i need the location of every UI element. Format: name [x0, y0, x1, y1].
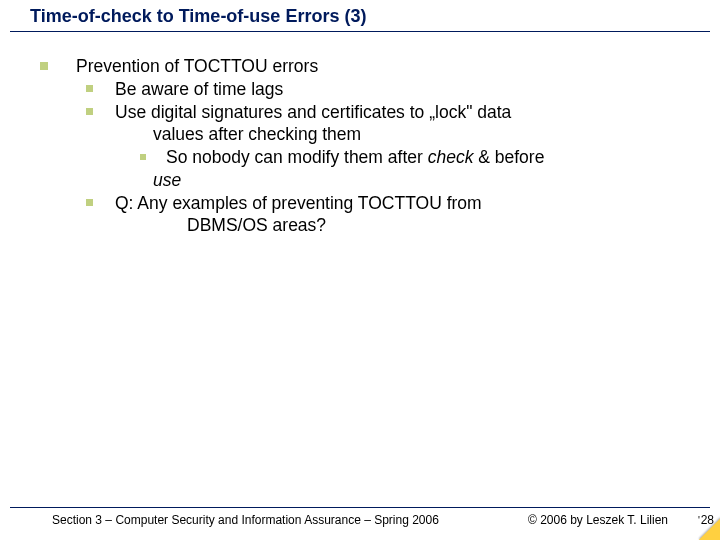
text-continuation: DBMS/OS areas? [187, 214, 700, 237]
title-bar: Time-of-check to Time-of-use Errors (3) [10, 6, 710, 32]
slide-footer: Section 3 – Computer Security and Inform… [0, 509, 720, 527]
bullet-level1: Prevention of TOCTTOU errors [30, 55, 700, 78]
text-continuation: values after checking them [153, 123, 700, 146]
text-line: Use digital signatures and certificates … [115, 101, 700, 124]
text-span: & before [473, 147, 544, 167]
italic-text: check [428, 147, 474, 167]
square-bullet-icon [86, 108, 93, 115]
footer-divider [10, 507, 710, 508]
text-line: Q: Any examples of preventing TOCTTOU fr… [115, 192, 700, 215]
slide-content: Prevention of TOCTTOU errors Be aware of… [30, 55, 700, 237]
bullet-level2: Be aware of time lags [30, 78, 700, 101]
slide: Time-of-check to Time-of-use Errors (3) … [0, 0, 720, 540]
square-bullet-icon [140, 154, 146, 160]
text-line: Prevention of TOCTTOU errors [76, 55, 700, 78]
bullet-level3: So nobody can modify them after check & … [30, 146, 700, 169]
square-bullet-icon [40, 62, 48, 70]
text-line: So nobody can modify them after check & … [166, 146, 700, 169]
square-bullet-icon [86, 85, 93, 92]
bullet-level2: Q: Any examples of preventing TOCTTOU fr… [30, 192, 700, 215]
footer-right-text: © 2006 by Leszek T. Lilien [528, 513, 668, 527]
bullet-level2: Use digital signatures and certificates … [30, 101, 700, 124]
footer-left-text: Section 3 – Computer Security and Inform… [52, 513, 439, 527]
text-line: Be aware of time lags [115, 78, 700, 101]
square-bullet-icon [86, 199, 93, 206]
text-span: So nobody can modify them after [166, 147, 428, 167]
italic-text: use [153, 169, 700, 192]
folded-corner-icon [690, 510, 720, 540]
slide-title: Time-of-check to Time-of-use Errors (3) [30, 6, 710, 27]
